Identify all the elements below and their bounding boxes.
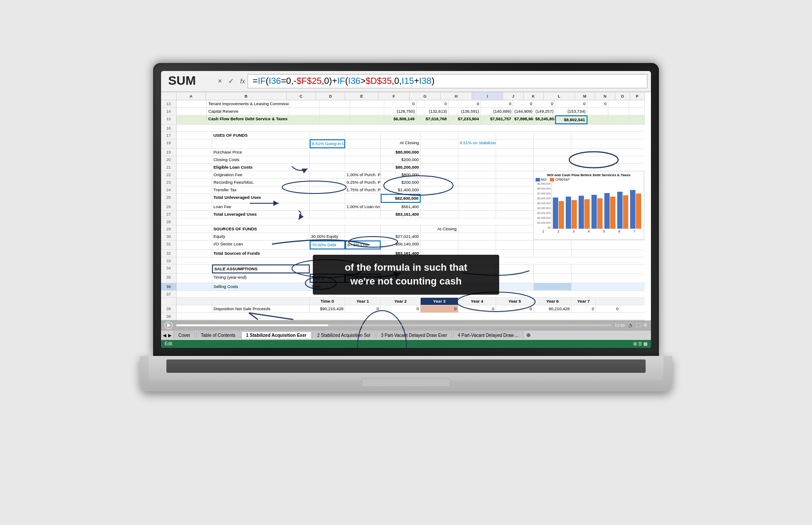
table-row: 21 Eligible Loan Costs $80,200,000 xyxy=(161,164,645,171)
table-row: 18 8.51% Going-in Cap At Closing 8.51% o… xyxy=(161,139,645,149)
tab-part-vacant-1[interactable]: 3 Part-Vacant Delayed Draw Exer xyxy=(376,332,452,339)
col-o: O xyxy=(615,92,630,100)
tab-stabilized-sol[interactable]: 2 Stabilized Acquisition Sol xyxy=(312,332,375,339)
screen-inner: SUM × ✓ fx =IF(I36=0,-$F$25,0)+IF(I36>$D… xyxy=(161,71,651,348)
col-p: P xyxy=(630,92,645,100)
add-sheet-button[interactable]: ⊕ xyxy=(526,332,531,338)
table-row: 39 xyxy=(161,313,645,320)
cf-bar-3 xyxy=(584,199,590,229)
bar-group-5 xyxy=(604,193,615,229)
y-axis: $9,000,000 $8,000,000 $7,000,000 $6,000,… xyxy=(536,182,552,229)
check-button[interactable]: ✓ xyxy=(228,77,234,85)
play-icon xyxy=(167,323,171,328)
table-row: 19 Purchase Price $80,000,000 xyxy=(161,149,645,156)
cf-bar-7 xyxy=(636,193,641,229)
subtitle-line2: we're not counting cash xyxy=(351,276,462,287)
video-controls[interactable]: 11:43 🔊 ⛶ ⚙ xyxy=(161,320,651,330)
col-e: E xyxy=(345,92,378,100)
row-num-header xyxy=(161,92,177,100)
noi-bar-1 xyxy=(553,197,558,229)
col-d: D xyxy=(316,92,345,100)
table-row: 17 USES OF FUNDS xyxy=(161,132,645,139)
play-button[interactable] xyxy=(165,321,173,329)
col-i: I xyxy=(472,92,503,100)
keyboard-deck xyxy=(149,356,663,380)
column-headers: A B C D E F G H I J K L M N O xyxy=(161,92,645,100)
tab-nav-right[interactable]: ▶ xyxy=(168,333,172,338)
col-f: F xyxy=(378,92,410,100)
legend-noi: NOI xyxy=(536,178,546,182)
col-b: B xyxy=(206,92,287,100)
col-l: L xyxy=(544,92,575,100)
progress-bar[interactable] xyxy=(176,324,611,326)
x-axis: 1234567 xyxy=(536,230,642,233)
trackpad[interactable] xyxy=(362,378,450,387)
legend-cf-label: CFBDS&T xyxy=(555,178,570,181)
bar-group-4 xyxy=(591,195,603,229)
col-a: A xyxy=(177,92,206,100)
table-row: Time 0 Year 1 Year 2 Year 3 Year 4 Year … xyxy=(161,298,645,305)
settings-icon[interactable]: ⚙ xyxy=(643,323,647,328)
chart-legend: NOI CFBDS&T xyxy=(536,178,642,182)
status-edit: Edit xyxy=(165,341,172,346)
tab-stabilized-acq[interactable]: 1 Stabilized Acquisition Exer xyxy=(241,332,311,339)
tab-nav-left[interactable]: ◀ xyxy=(163,333,166,338)
legend-noi-label: NOI xyxy=(541,178,546,181)
col-n: N xyxy=(595,92,615,100)
col-m: M xyxy=(575,92,595,100)
noi-bar-3 xyxy=(579,196,584,229)
formula-input[interactable]: =IF(I36=0,-$F$25,0)+IF(I36>$D$35,0,I15+I… xyxy=(248,74,647,88)
status-bar: Edit ⊞ ☰ ▦ xyxy=(161,340,651,348)
cf-bar-2 xyxy=(572,200,577,229)
table-row: 20 Closing Costs $200,000 xyxy=(161,156,645,164)
tab-part-vacant-2[interactable]: 4 Part-Vacant Delayed Draw ... xyxy=(453,332,524,339)
col-j: J xyxy=(503,92,524,100)
keyboard-base xyxy=(140,356,672,391)
name-box[interactable]: SUM xyxy=(168,74,196,88)
bar-group-3 xyxy=(579,196,590,229)
chart-title: NOI and Cash Flow Before Debt Services &… xyxy=(536,173,642,177)
legend-noi-color xyxy=(536,178,540,182)
noi-bar-6 xyxy=(617,192,623,229)
tab-bar: ◀ ▶ Cover Table of Contents 1 Stabilized… xyxy=(161,330,651,340)
fullscreen-icon[interactable]: ⛶ xyxy=(636,323,641,328)
col-h: H xyxy=(441,92,472,100)
subtitle-box: of the formula in such that we're not co… xyxy=(313,255,499,295)
noi-bar-5 xyxy=(604,193,610,229)
noi-bar-4 xyxy=(591,195,597,229)
col-c: C xyxy=(287,92,316,100)
table-row: 14 Capital Reserve (128,750) (132,613) (… xyxy=(161,108,645,115)
bar-chart xyxy=(552,182,642,229)
legend-cf: CFBDS&T xyxy=(550,178,570,182)
bar-group-1 xyxy=(553,197,564,229)
subtitle-line1: of the formula in such that xyxy=(345,262,467,273)
control-icons: 🔊 ⛶ ⚙ xyxy=(628,323,647,328)
bar-group-7 xyxy=(630,190,641,229)
legend-cf-color xyxy=(550,178,554,182)
x-button[interactable]: × xyxy=(218,77,222,85)
progress-fill xyxy=(176,324,328,326)
tab-toc[interactable]: Table of Contents xyxy=(196,332,240,339)
tab-cover[interactable]: Cover xyxy=(173,332,195,339)
col-k: K xyxy=(524,92,544,100)
chart-area: $9,000,000 $8,000,000 $7,000,000 $6,000,… xyxy=(536,182,642,229)
screen-bezel: SUM × ✓ fx =IF(I36=0,-$F$25,0)+IF(I36>$D… xyxy=(153,63,659,356)
cf-bar-1 xyxy=(559,201,564,229)
status-page-indicator: ⊞ ☰ ▦ xyxy=(633,341,647,346)
cf-bar-6 xyxy=(623,195,628,229)
chart-container: NOI and Cash Flow Before Debt Services &… xyxy=(533,171,644,240)
fx-button[interactable]: fx xyxy=(240,78,245,85)
col-g: G xyxy=(410,92,441,100)
table-row: 31 I/O Senior Loan 70.00% Debt 67.5% LTC… xyxy=(161,241,645,250)
time-display: 11:43 xyxy=(615,323,625,328)
bar-group-2 xyxy=(566,197,577,229)
noi-bar-2 xyxy=(566,197,571,229)
laptop-container: SUM × ✓ fx =IF(I36=0,-$F$25,0)+IF(I36>$D… xyxy=(140,63,672,462)
cf-bar-4 xyxy=(597,198,603,229)
volume-icon[interactable]: 🔊 xyxy=(628,323,634,328)
noi-bar-7 xyxy=(630,190,635,229)
formula-bar: SUM × ✓ fx =IF(I36=0,-$F$25,0)+IF(I36>$D… xyxy=(161,71,651,92)
keyboard-keys xyxy=(166,359,646,373)
cf-bar-5 xyxy=(610,197,615,229)
table-row: 15 Cash Flow Before Debt Service & Taxes… xyxy=(161,115,645,125)
